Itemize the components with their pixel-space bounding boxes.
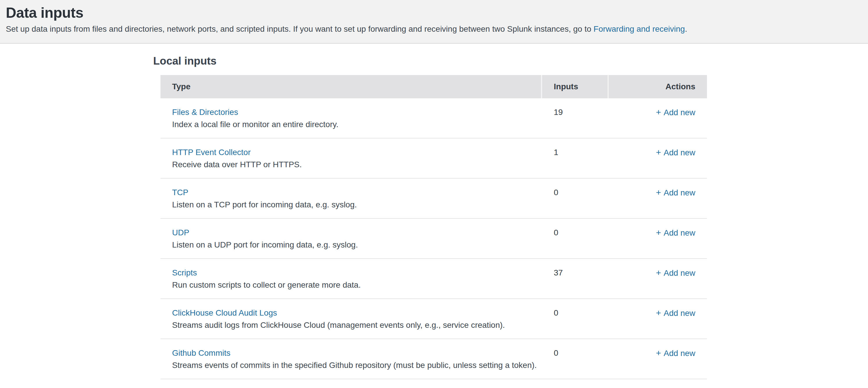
add-new-button[interactable]: +Add new	[656, 268, 695, 277]
input-type-description: Run custom scripts to collect or generat…	[172, 280, 542, 290]
input-type-link[interactable]: TCP	[172, 188, 188, 197]
add-new-label: Add new	[664, 188, 695, 197]
table-header-row: Type Inputs Actions	[160, 75, 707, 98]
inputs-count: 1	[554, 148, 558, 157]
type-cell: ClickHouse Cloud Audit Logs Streams audi…	[160, 308, 542, 330]
add-new-label: Add new	[664, 308, 695, 318]
main-content: Local inputs Type Inputs Actions Files &…	[0, 43, 868, 388]
table-row: Github Commits Streams events of commits…	[160, 339, 707, 379]
page-title: Data inputs	[6, 4, 856, 22]
add-new-button[interactable]: +Add new	[656, 349, 695, 358]
plus-icon: +	[656, 268, 661, 278]
actions-cell: +Add new	[609, 147, 707, 170]
add-new-button[interactable]: +Add new	[656, 308, 695, 318]
inputs-cell: 0	[542, 188, 609, 210]
plus-icon: +	[656, 147, 661, 157]
column-header-type: Type	[160, 75, 542, 98]
add-new-button[interactable]: +Add new	[656, 228, 695, 237]
add-new-label: Add new	[664, 228, 695, 237]
actions-cell: +Add new	[609, 268, 707, 290]
type-cell: HTTP Event Collector Receive data over H…	[160, 147, 542, 170]
inputs-count: 0	[554, 308, 558, 317]
table-row: Files & Directories Index a local file o…	[160, 98, 707, 139]
add-new-label: Add new	[664, 108, 695, 117]
actions-cell: +Add new	[609, 308, 707, 330]
table-row: TCP Listen on a TCP port for incoming da…	[160, 179, 707, 219]
plus-icon: +	[656, 348, 661, 358]
inputs-count: 19	[554, 108, 563, 117]
inputs-count: 0	[554, 349, 558, 357]
input-type-link[interactable]: UDP	[172, 228, 189, 237]
page-subtitle-period: .	[685, 24, 687, 33]
inputs-count: 0	[554, 228, 558, 237]
input-type-description: Index a local file or monitor an entire …	[172, 120, 542, 129]
add-new-label: Add new	[664, 148, 695, 157]
page-subtitle: Set up data inputs from files and direct…	[6, 24, 856, 34]
input-type-description: Receive data over HTTP or HTTPS.	[172, 160, 542, 170]
plus-icon: +	[656, 228, 661, 238]
type-cell: Github Commits Streams events of commits…	[160, 348, 542, 370]
column-header-actions: Actions	[609, 75, 707, 98]
forwarding-and-receiving-link[interactable]: Forwarding and receiving	[594, 24, 685, 33]
actions-cell: +Add new	[609, 228, 707, 250]
add-new-button[interactable]: +Add new	[656, 188, 695, 197]
add-new-button[interactable]: +Add new	[656, 108, 695, 117]
inputs-cell: 37	[542, 268, 609, 290]
table-row: Scripts Run custom scripts to collect or…	[160, 259, 707, 299]
inputs-count: 0	[554, 188, 558, 197]
input-type-description: Listen on a UDP port for incoming data, …	[172, 240, 542, 250]
inputs-cell: 19	[542, 107, 609, 129]
input-type-link[interactable]: Scripts	[172, 268, 197, 277]
input-type-link[interactable]: Files & Directories	[172, 108, 238, 117]
input-type-link[interactable]: ClickHouse Cloud Audit Logs	[172, 308, 277, 317]
table-row: ClickHouse Cloud Audit Logs Streams audi…	[160, 299, 707, 339]
actions-cell: +Add new	[609, 188, 707, 210]
plus-icon: +	[656, 188, 661, 198]
type-cell: Scripts Run custom scripts to collect or…	[160, 268, 542, 290]
inputs-cell: 0	[542, 308, 609, 330]
plus-icon: +	[656, 308, 661, 318]
type-cell: TCP Listen on a TCP port for incoming da…	[160, 188, 542, 210]
table-row: HTTP Event Collector Receive data over H…	[160, 139, 707, 179]
type-cell: UDP Listen on a UDP port for incoming da…	[160, 228, 542, 250]
plus-icon: +	[656, 107, 661, 117]
column-header-inputs: Inputs	[542, 75, 609, 98]
type-cell: Files & Directories Index a local file o…	[160, 107, 542, 129]
inputs-cell: 1	[542, 147, 609, 170]
inputs-count: 37	[554, 268, 563, 277]
local-inputs-table: Type Inputs Actions Files & Directories …	[160, 75, 707, 388]
table-row-partial	[160, 379, 707, 388]
input-type-description: Streams audit logs from ClickHouse Cloud…	[172, 320, 542, 330]
add-new-button[interactable]: +Add new	[656, 148, 695, 157]
input-type-link[interactable]: Github Commits	[172, 349, 230, 357]
page-header: Data inputs Set up data inputs from file…	[0, 0, 868, 43]
actions-cell: +Add new	[609, 348, 707, 370]
add-new-label: Add new	[664, 268, 695, 277]
actions-cell: +Add new	[609, 107, 707, 129]
section-title: Local inputs	[153, 55, 868, 67]
input-type-link[interactable]: HTTP Event Collector	[172, 148, 251, 157]
input-type-description: Listen on a TCP port for incoming data, …	[172, 200, 542, 210]
inputs-cell: 0	[542, 228, 609, 250]
inputs-cell: 0	[542, 348, 609, 370]
table-row: UDP Listen on a UDP port for incoming da…	[160, 219, 707, 259]
add-new-label: Add new	[664, 349, 695, 358]
page-subtitle-text: Set up data inputs from files and direct…	[6, 24, 594, 33]
input-type-description: Streams events of commits in the specifi…	[172, 360, 542, 370]
